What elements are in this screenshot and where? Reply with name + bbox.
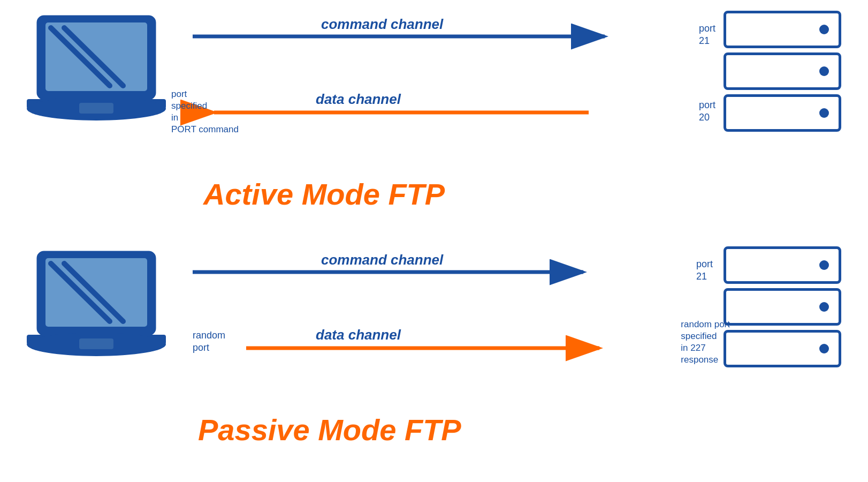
svg-rect-17: [79, 338, 113, 349]
client-laptop-active: [21, 11, 171, 131]
data-channel-label-active: data channel: [316, 91, 401, 108]
server-dot-1: [819, 25, 829, 34]
passive-mode-section: command channel port21 data channel rand…: [0, 230, 868, 482]
port-21-label-active: port21: [699, 22, 715, 48]
server-unit-1: [724, 11, 841, 48]
svg-rect-6: [79, 103, 113, 114]
server-unit-p2: [724, 288, 841, 326]
server-unit-2: [724, 52, 841, 90]
active-mode-section: command channel port21 data channel port…: [0, 0, 868, 225]
server-dot-p2: [819, 302, 829, 312]
port-21-label-passive: port21: [696, 258, 713, 283]
command-channel-label-passive: command channel: [321, 252, 443, 268]
port-20-label-active: port20: [699, 99, 715, 124]
server-stack-passive: [724, 246, 841, 367]
command-channel-label-active: command channel: [321, 16, 443, 33]
server-unit-p1: [724, 246, 841, 284]
data-channel-label-passive: data channel: [316, 327, 401, 343]
random-port-server-label: random portspecifiedin 227response: [681, 319, 730, 366]
server-stack-active: [724, 11, 841, 132]
server-dot-p3: [819, 344, 829, 353]
server-unit-p3: [724, 330, 841, 367]
server-unit-3: [724, 94, 841, 132]
passive-mode-title: Passive Mode FTP: [198, 412, 461, 447]
port-client-label-active: portspecifiedinPORT command: [171, 88, 239, 135]
client-laptop-passive: [21, 246, 171, 366]
server-dot-3: [819, 108, 829, 118]
diagram-container: command channel port21 data channel port…: [0, 0, 868, 482]
server-dot-2: [819, 66, 829, 76]
active-mode-title: Active Mode FTP: [203, 177, 445, 212]
server-dot-p1: [819, 260, 829, 270]
random-port-client-label: randomport: [193, 329, 225, 355]
